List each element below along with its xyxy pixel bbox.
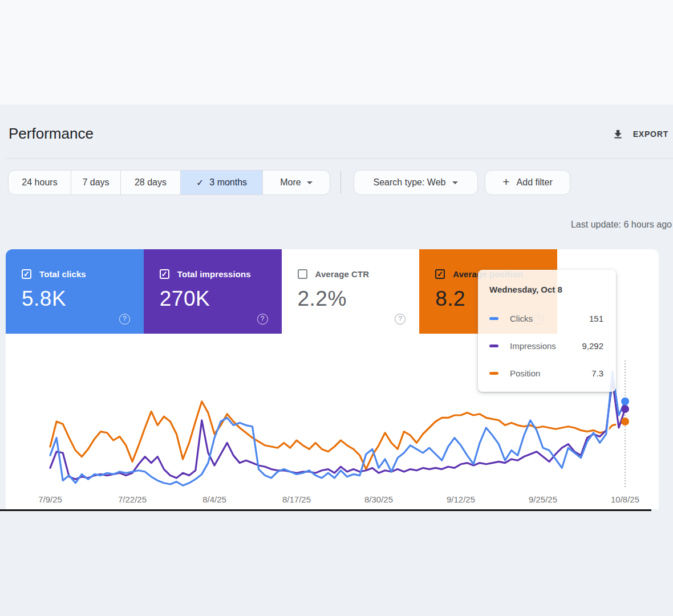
metric-card-total-impressions[interactable]: ✓Total impressions270K? xyxy=(144,249,282,334)
plus-icon: + xyxy=(502,175,509,189)
export-label: EXPORT xyxy=(633,129,668,139)
impressions-series-swatch xyxy=(489,345,498,347)
bottom-border-line xyxy=(0,509,651,511)
date-range-chip-7-days[interactable]: 7 days xyxy=(71,171,121,194)
checkbox-unchecked-icon[interactable] xyxy=(298,269,307,279)
date-range-chip-3-months[interactable]: ✓3 months xyxy=(181,171,263,194)
tooltip-row-label: Clicks xyxy=(510,314,533,323)
checkbox-checked-icon[interactable]: ✓ xyxy=(435,269,445,279)
tooltip-row-label: Impressions xyxy=(510,341,556,351)
x-axis-label: 8/30/25 xyxy=(364,495,393,504)
x-axis-label: 8/17/25 xyxy=(282,495,311,504)
check-icon: ✓ xyxy=(196,177,204,188)
date-range-chip-24-hours[interactable]: 24 hours xyxy=(9,171,71,194)
help-icon[interactable]: ? xyxy=(119,314,130,325)
search-type-label: Search type: Web xyxy=(374,177,446,188)
x-axis-label: 9/25/25 xyxy=(529,495,557,504)
page-title: Performance xyxy=(9,125,94,143)
x-axis-label: 8/4/25 xyxy=(202,495,226,504)
x-axis-label: 9/12/25 xyxy=(447,495,475,504)
metric-card-label: Total clicks xyxy=(39,269,86,279)
x-axis-label: 10/8/25 xyxy=(611,495,639,504)
date-range-chip-group: 24 hours7 days28 days✓3 monthsMore xyxy=(8,170,330,195)
last-update-text: Last update: 6 hours ago xyxy=(571,220,672,230)
chip-label: 24 hours xyxy=(22,177,57,188)
chart-tooltip: Wednesday, Oct 8 Clicks151Impressions9,2… xyxy=(478,270,616,392)
metric-card-value: 270K xyxy=(160,287,210,311)
chevron-down-icon xyxy=(452,181,458,184)
tooltip-row-value: 151 xyxy=(589,314,603,323)
checkbox-checked-icon[interactable]: ✓ xyxy=(22,269,31,279)
tooltip-row-position: Position7.3 xyxy=(489,364,603,382)
x-axis-label: 7/22/25 xyxy=(118,495,147,504)
metric-card-value: 5.8K xyxy=(22,287,66,311)
date-range-chip-28-days[interactable]: 28 days xyxy=(121,171,181,194)
download-icon xyxy=(612,128,624,140)
x-axis-label: 7/9/25 xyxy=(38,495,62,504)
metric-card-value: 8.2 xyxy=(435,287,465,311)
help-icon[interactable]: ? xyxy=(257,314,268,325)
search-type-chip[interactable]: Search type: Web xyxy=(354,170,478,195)
metric-card-label: Total impressions xyxy=(177,269,251,279)
tooltip-row-impressions: Impressions9,292 xyxy=(489,337,603,354)
chip-label: 28 days xyxy=(135,177,167,188)
tooltip-row-label: Position xyxy=(510,368,540,378)
date-range-chip-more[interactable]: More xyxy=(263,171,330,194)
tooltip-row-clicks: Clicks151 xyxy=(489,310,603,327)
help-icon[interactable]: ? xyxy=(395,314,406,325)
metric-card-value: 2.2% xyxy=(298,287,347,311)
chevron-down-icon xyxy=(307,181,313,184)
export-button[interactable]: EXPORT xyxy=(612,125,668,143)
add-filter-chip[interactable]: + Add filter xyxy=(485,170,570,195)
clicks-series-swatch xyxy=(489,317,498,320)
tooltip-row-value: 9,292 xyxy=(582,341,603,351)
metric-card-average-ctr[interactable]: Average CTR2.2%? xyxy=(282,249,420,334)
chip-label: 7 days xyxy=(82,177,109,188)
tooltip-date: Wednesday, Oct 8 xyxy=(489,285,562,294)
add-filter-label: Add filter xyxy=(517,177,553,188)
chip-label: More xyxy=(280,177,301,188)
header-divider xyxy=(6,158,673,159)
metric-card-label: Average CTR xyxy=(315,269,370,279)
position-series-swatch xyxy=(489,372,498,375)
chip-label: 3 months xyxy=(209,177,247,188)
metric-card-total-clicks[interactable]: ✓Total clicks5.8K? xyxy=(6,249,144,334)
filter-divider xyxy=(340,171,341,194)
checkbox-checked-icon[interactable]: ✓ xyxy=(160,269,169,279)
tooltip-row-value: 7.3 xyxy=(591,368,603,378)
